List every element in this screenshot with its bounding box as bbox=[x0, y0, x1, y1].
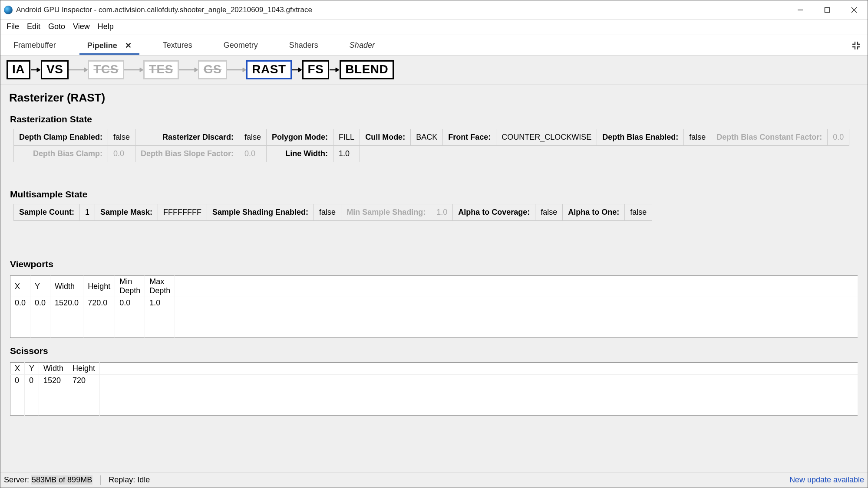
table-header[interactable]: X bbox=[10, 276, 30, 297]
svg-marker-5 bbox=[37, 68, 40, 72]
pipeline-arrow-icon bbox=[179, 66, 198, 74]
prop-value: false bbox=[314, 204, 341, 221]
prop-label: Depth Bias Enabled: bbox=[597, 129, 684, 146]
table-cell: 0.0 bbox=[10, 297, 30, 309]
prop-value: BACK bbox=[411, 129, 443, 146]
prop-label: Depth Bias Slope Factor: bbox=[135, 146, 239, 162]
prop-label: Alpha to Coverage: bbox=[453, 204, 535, 221]
table-header[interactable]: Min Depth bbox=[115, 276, 145, 297]
prop-label: Cull Mode: bbox=[360, 129, 411, 146]
prop-label: Depth Bias Clamp: bbox=[14, 146, 108, 162]
menu-item-goto[interactable]: Goto bbox=[45, 21, 69, 32]
window-titlebar: Android GPU Inspector - com.activision.c… bbox=[0, 0, 868, 20]
menu-item-file[interactable]: File bbox=[3, 21, 23, 32]
window-controls bbox=[787, 0, 868, 20]
table-cell: 0.0 bbox=[30, 297, 50, 309]
table-header[interactable]: Width bbox=[50, 276, 83, 297]
svg-marker-13 bbox=[243, 68, 246, 72]
table-row[interactable]: 0.00.01520.0720.00.01.0 bbox=[10, 297, 858, 309]
prop-value: false bbox=[239, 129, 267, 146]
status-replay-label: Replay: bbox=[109, 475, 135, 485]
prop-label: Min Sample Shading: bbox=[341, 204, 431, 221]
prop-label: Sample Count: bbox=[14, 204, 80, 221]
prop-value: FFFFFFFF bbox=[158, 204, 207, 221]
prop-value: FILL bbox=[333, 129, 360, 146]
prop-value: 1.0 bbox=[333, 146, 360, 162]
svg-marker-11 bbox=[195, 68, 198, 72]
prop-value: COUNTER_CLOCKWISE bbox=[496, 129, 597, 146]
pipeline-stages-row: IAVSTCSTESGSRASTFSBLEND bbox=[0, 56, 868, 85]
tab-framebuffer[interactable]: Framebuffer bbox=[6, 36, 64, 54]
pipeline-stage-tes: TES bbox=[143, 60, 179, 79]
minimize-button[interactable] bbox=[787, 0, 814, 20]
prop-label: Line Width: bbox=[267, 146, 333, 162]
table-header[interactable]: Max Depth bbox=[145, 276, 175, 297]
menubar: FileEditGotoViewHelp bbox=[0, 20, 868, 35]
close-icon[interactable]: ✕ bbox=[125, 41, 132, 50]
viewports-table[interactable]: XYWidthHeightMin DepthMax Depth0.00.0152… bbox=[10, 275, 858, 338]
prop-label: Polygon Mode: bbox=[267, 129, 333, 146]
tab-shader[interactable]: Shader bbox=[342, 36, 383, 54]
prop-value: 0.0 bbox=[828, 129, 849, 146]
svg-marker-17 bbox=[336, 68, 339, 72]
pipeline-stage-rast[interactable]: RAST bbox=[246, 60, 291, 79]
pipeline-stage-ia[interactable]: IA bbox=[7, 60, 30, 79]
prop-label: Depth Bias Constant Factor: bbox=[711, 129, 828, 146]
svg-marker-9 bbox=[140, 68, 143, 72]
table-header[interactable]: Y bbox=[30, 276, 50, 297]
tab-pipeline[interactable]: Pipeline✕ bbox=[79, 36, 139, 55]
pipeline-stage-fs[interactable]: FS bbox=[302, 60, 330, 79]
tabbar: FramebufferPipeline✕TexturesGeometryShad… bbox=[0, 35, 868, 56]
tab-geometry[interactable]: Geometry bbox=[216, 36, 266, 54]
maximize-button[interactable] bbox=[814, 0, 841, 20]
status-server-mem: 583MB of 899MB bbox=[31, 475, 92, 485]
prop-label: Sample Mask: bbox=[95, 204, 158, 221]
multisample-state-table: Sample Count:1Sample Mask:FFFFFFFFSample… bbox=[13, 204, 652, 221]
table-row[interactable]: 001520720 bbox=[10, 375, 858, 387]
tab-shaders[interactable]: Shaders bbox=[281, 36, 326, 54]
statusbar: Server: 583MB of 899MB Replay: Idle New … bbox=[0, 472, 868, 488]
pipeline-stage-blend[interactable]: BLEND bbox=[340, 60, 394, 79]
prop-value: false bbox=[108, 129, 135, 146]
status-replay-value: Idle bbox=[137, 475, 150, 485]
section-title-rasterization: Rasterization State bbox=[10, 114, 860, 124]
menu-item-view[interactable]: View bbox=[69, 21, 93, 32]
prop-label: Alpha to One: bbox=[563, 204, 625, 221]
page-title: Rasterizer (RAST) bbox=[9, 91, 860, 105]
table-cell: 1520.0 bbox=[50, 297, 83, 309]
update-available-link[interactable]: New update available bbox=[789, 475, 864, 485]
prop-value: 1.0 bbox=[431, 204, 453, 221]
section-title-multisample: Multisample State bbox=[10, 189, 860, 200]
table-cell: 720 bbox=[68, 375, 100, 387]
menu-item-edit[interactable]: Edit bbox=[23, 21, 44, 32]
section-title-scissors: Scissors bbox=[10, 346, 860, 356]
menu-item-help[interactable]: Help bbox=[94, 21, 117, 32]
pipeline-arrow-icon bbox=[227, 66, 246, 74]
pipeline-stage-gs: GS bbox=[198, 60, 227, 79]
table-header[interactable]: Y bbox=[25, 363, 39, 375]
section-title-viewports: Viewports bbox=[10, 259, 860, 269]
exit-fullscreen-icon[interactable] bbox=[850, 39, 862, 52]
table-cell: 0 bbox=[10, 375, 25, 387]
table-header[interactable]: X bbox=[10, 363, 25, 375]
scissors-table[interactable]: XYWidthHeight001520720 bbox=[10, 362, 858, 416]
table-header[interactable]: Height bbox=[83, 276, 115, 297]
svg-rect-1 bbox=[825, 7, 830, 12]
content-area: FramebufferPipeline✕TexturesGeometryShad… bbox=[0, 35, 868, 488]
svg-marker-7 bbox=[84, 68, 88, 72]
table-header[interactable]: Width bbox=[39, 363, 68, 375]
pipeline-arrow-icon bbox=[329, 66, 340, 74]
table-header[interactable]: Height bbox=[68, 363, 100, 375]
rasterization-state-table: Depth Clamp Enabled:falseRasterizer Disc… bbox=[13, 129, 849, 162]
prop-value: 0.0 bbox=[108, 146, 135, 162]
close-button[interactable] bbox=[841, 0, 868, 20]
status-server-label: Server: bbox=[4, 475, 29, 485]
pipeline-arrow-icon bbox=[124, 66, 143, 74]
svg-marker-15 bbox=[298, 68, 302, 72]
tab-textures[interactable]: Textures bbox=[155, 36, 200, 54]
pipeline-stage-vs[interactable]: VS bbox=[41, 60, 69, 79]
table-cell: 720.0 bbox=[83, 297, 115, 309]
pipeline-arrow-icon bbox=[30, 66, 41, 74]
prop-value: false bbox=[625, 204, 652, 221]
status-separator bbox=[100, 475, 101, 485]
